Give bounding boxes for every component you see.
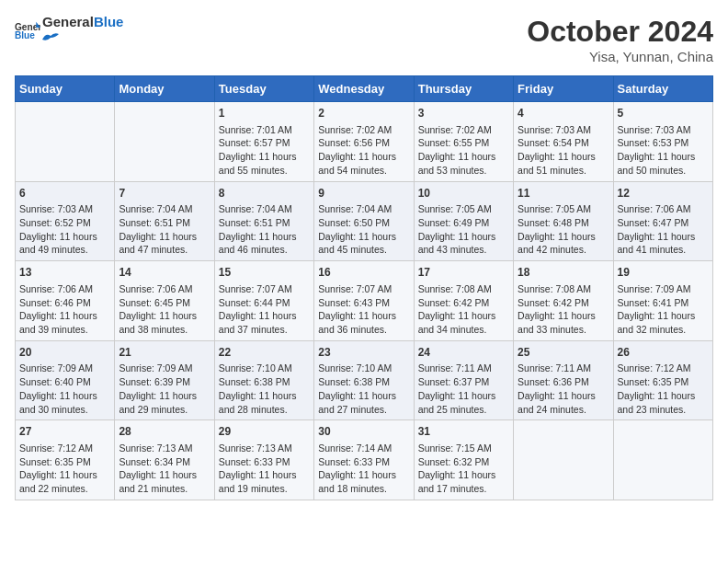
day-info: Sunrise: 7:12 AMSunset: 6:35 PMDaylight:… (19, 442, 110, 496)
day-cell: 13Sunrise: 7:06 AMSunset: 6:46 PMDayligh… (16, 261, 115, 341)
day-cell: 12Sunrise: 7:06 AMSunset: 6:47 PMDayligh… (613, 181, 712, 261)
day-info: Sunrise: 7:09 AMSunset: 6:40 PMDaylight:… (19, 362, 110, 416)
day-info: Sunrise: 7:12 AMSunset: 6:35 PMDaylight:… (618, 362, 709, 416)
day-number: 24 (418, 345, 509, 361)
day-cell: 9Sunrise: 7:04 AMSunset: 6:50 PMDaylight… (314, 181, 414, 261)
logo-bird-icon (42, 32, 59, 43)
day-info: Sunrise: 7:10 AMSunset: 6:38 PMDaylight:… (318, 362, 409, 416)
day-info: Sunrise: 7:05 AMSunset: 6:48 PMDaylight:… (518, 202, 609, 257)
day-info: Sunrise: 7:04 AMSunset: 6:50 PMDaylight:… (318, 202, 409, 257)
day-cell: 20Sunrise: 7:09 AMSunset: 6:40 PMDayligh… (16, 340, 115, 420)
day-number: 14 (119, 265, 210, 281)
day-cell: 5Sunrise: 7:03 AMSunset: 6:53 PMDaylight… (613, 102, 712, 182)
day-cell: 10Sunrise: 7:05 AMSunset: 6:49 PMDayligh… (414, 181, 513, 261)
day-info: Sunrise: 7:02 AMSunset: 6:55 PMDaylight:… (418, 123, 509, 178)
day-cell: 26Sunrise: 7:12 AMSunset: 6:35 PMDayligh… (613, 340, 712, 420)
day-info: Sunrise: 7:08 AMSunset: 6:42 PMDaylight:… (418, 282, 509, 337)
day-number: 9 (318, 186, 409, 201)
day-info: Sunrise: 7:13 AMSunset: 6:34 PMDaylight:… (119, 442, 210, 496)
day-number: 20 (19, 345, 110, 361)
column-header-monday: Monday (115, 76, 214, 102)
day-info: Sunrise: 7:06 AMSunset: 6:47 PMDaylight:… (618, 202, 709, 257)
week-row-5: 27Sunrise: 7:12 AMSunset: 6:35 PMDayligh… (16, 420, 713, 500)
column-header-tuesday: Tuesday (214, 76, 313, 102)
column-header-sunday: Sunday (16, 76, 115, 102)
day-number: 18 (518, 265, 609, 281)
day-number: 19 (618, 265, 709, 281)
day-cell: 14Sunrise: 7:06 AMSunset: 6:45 PMDayligh… (115, 261, 214, 341)
svg-text:Blue: Blue (15, 31, 35, 41)
day-number: 3 (418, 106, 509, 121)
day-number: 27 (19, 424, 110, 440)
day-cell (115, 102, 214, 182)
day-number: 8 (219, 186, 310, 201)
day-number: 1 (219, 106, 310, 121)
calendar-table: SundayMondayTuesdayWednesdayThursdayFrid… (15, 75, 713, 500)
day-info: Sunrise: 7:07 AMSunset: 6:43 PMDaylight:… (318, 282, 409, 337)
day-number: 10 (418, 186, 509, 201)
day-number: 25 (518, 345, 609, 361)
day-cell: 1Sunrise: 7:01 AMSunset: 6:57 PMDaylight… (214, 102, 313, 182)
day-cell: 3Sunrise: 7:02 AMSunset: 6:55 PMDaylight… (414, 102, 513, 182)
day-info: Sunrise: 7:07 AMSunset: 6:44 PMDaylight:… (219, 282, 310, 337)
day-number: 13 (19, 265, 110, 281)
day-number: 28 (119, 424, 210, 440)
column-header-friday: Friday (514, 76, 613, 102)
title-block: October 2024 Yisa, Yunnan, China (527, 15, 713, 64)
day-cell: 31Sunrise: 7:15 AMSunset: 6:32 PMDayligh… (414, 420, 513, 500)
day-number: 4 (518, 106, 609, 121)
week-row-3: 13Sunrise: 7:06 AMSunset: 6:46 PMDayligh… (16, 261, 713, 341)
day-cell: 16Sunrise: 7:07 AMSunset: 6:43 PMDayligh… (314, 261, 414, 341)
day-number: 12 (618, 186, 709, 201)
day-number: 17 (418, 265, 509, 281)
column-header-wednesday: Wednesday (314, 76, 414, 102)
day-number: 30 (318, 424, 409, 440)
day-cell: 21Sunrise: 7:09 AMSunset: 6:39 PMDayligh… (115, 340, 214, 420)
day-cell (514, 420, 613, 500)
day-info: Sunrise: 7:04 AMSunset: 6:51 PMDaylight:… (119, 202, 210, 257)
column-header-thursday: Thursday (414, 76, 513, 102)
day-info: Sunrise: 7:11 AMSunset: 6:36 PMDaylight:… (518, 362, 609, 416)
day-cell: 6Sunrise: 7:03 AMSunset: 6:52 PMDaylight… (16, 181, 115, 261)
day-cell: 25Sunrise: 7:11 AMSunset: 6:36 PMDayligh… (514, 340, 613, 420)
column-header-saturday: Saturday (613, 76, 712, 102)
logo-icon: General Blue (15, 20, 40, 40)
day-cell: 4Sunrise: 7:03 AMSunset: 6:54 PMDaylight… (514, 102, 613, 182)
day-info: Sunrise: 7:03 AMSunset: 6:54 PMDaylight:… (518, 123, 609, 178)
day-cell: 11Sunrise: 7:05 AMSunset: 6:48 PMDayligh… (514, 181, 613, 261)
day-info: Sunrise: 7:10 AMSunset: 6:38 PMDaylight:… (219, 362, 310, 416)
day-cell: 28Sunrise: 7:13 AMSunset: 6:34 PMDayligh… (115, 420, 214, 500)
day-info: Sunrise: 7:02 AMSunset: 6:56 PMDaylight:… (318, 123, 409, 178)
day-cell: 19Sunrise: 7:09 AMSunset: 6:41 PMDayligh… (613, 261, 712, 341)
day-info: Sunrise: 7:08 AMSunset: 6:42 PMDaylight:… (518, 282, 609, 337)
day-cell: 7Sunrise: 7:04 AMSunset: 6:51 PMDaylight… (115, 181, 214, 261)
day-info: Sunrise: 7:13 AMSunset: 6:33 PMDaylight:… (219, 442, 310, 496)
day-number: 11 (518, 186, 609, 201)
day-cell: 24Sunrise: 7:11 AMSunset: 6:37 PMDayligh… (414, 340, 513, 420)
day-info: Sunrise: 7:14 AMSunset: 6:33 PMDaylight:… (318, 442, 409, 496)
day-cell: 8Sunrise: 7:04 AMSunset: 6:51 PMDaylight… (214, 181, 313, 261)
day-info: Sunrise: 7:04 AMSunset: 6:51 PMDaylight:… (219, 202, 310, 257)
logo: General Blue GeneralBlue (15, 15, 123, 47)
day-cell: 18Sunrise: 7:08 AMSunset: 6:42 PMDayligh… (514, 261, 613, 341)
day-cell: 29Sunrise: 7:13 AMSunset: 6:33 PMDayligh… (214, 420, 313, 500)
day-cell: 17Sunrise: 7:08 AMSunset: 6:42 PMDayligh… (414, 261, 513, 341)
day-info: Sunrise: 7:03 AMSunset: 6:52 PMDaylight:… (19, 202, 110, 257)
day-info: Sunrise: 7:05 AMSunset: 6:49 PMDaylight:… (418, 202, 509, 257)
day-info: Sunrise: 7:09 AMSunset: 6:41 PMDaylight:… (618, 282, 709, 337)
day-cell: 2Sunrise: 7:02 AMSunset: 6:56 PMDaylight… (314, 102, 414, 182)
day-number: 2 (318, 106, 409, 121)
page-header: General Blue GeneralBlue October 2024 Yi… (15, 15, 713, 64)
day-info: Sunrise: 7:03 AMSunset: 6:53 PMDaylight:… (618, 123, 709, 178)
day-number: 23 (318, 345, 409, 361)
day-cell: 23Sunrise: 7:10 AMSunset: 6:38 PMDayligh… (314, 340, 414, 420)
day-number: 21 (119, 345, 210, 361)
day-cell (16, 102, 115, 182)
day-number: 31 (418, 424, 509, 440)
day-info: Sunrise: 7:09 AMSunset: 6:39 PMDaylight:… (119, 362, 210, 416)
day-number: 29 (219, 424, 310, 440)
day-number: 16 (318, 265, 409, 281)
day-number: 26 (618, 345, 709, 361)
day-cell: 22Sunrise: 7:10 AMSunset: 6:38 PMDayligh… (214, 340, 313, 420)
day-info: Sunrise: 7:15 AMSunset: 6:32 PMDaylight:… (418, 442, 509, 496)
